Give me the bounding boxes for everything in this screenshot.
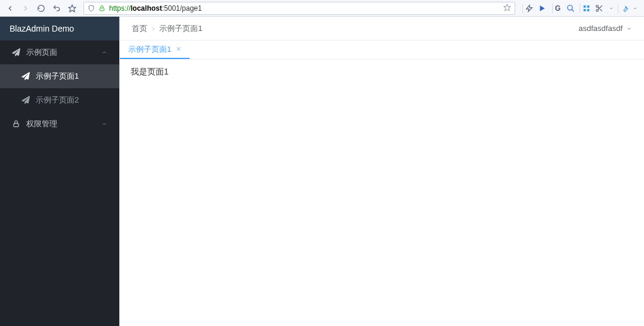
breadcrumb: 首页 › 示例子页面1	[132, 23, 203, 34]
scissors-icon[interactable]	[594, 3, 605, 14]
topbar: 首页 › 示例子页面1 asdfasdfasdf	[120, 17, 644, 41]
chevron-up-icon	[101, 48, 107, 57]
tab-page1[interactable]: 示例子页面1 ✕	[120, 41, 190, 59]
svg-point-12	[596, 9, 599, 11]
svg-rect-1	[100, 8, 104, 11]
tab-label: 示例子页面1	[128, 44, 171, 55]
lock-icon	[98, 5, 106, 12]
tab-bar: 示例子页面1 ✕	[120, 41, 644, 60]
nav-back-button[interactable]	[4, 2, 17, 15]
bookmark-page-icon[interactable]	[503, 4, 511, 13]
page-text: 我是页面1	[131, 67, 633, 77]
bolt-icon[interactable]	[522, 3, 533, 14]
play-icon[interactable]	[537, 3, 547, 14]
sidebar: BlazAdmin Demo 示例页面 示例子页面1 示例子页面2	[0, 17, 119, 326]
url-bar[interactable]: https://localhost:5001/page1	[83, 2, 515, 15]
svg-marker-3	[527, 5, 532, 11]
search-icon[interactable]	[565, 3, 576, 14]
breadcrumb-item[interactable]: 首页	[132, 23, 147, 34]
svg-marker-4	[540, 5, 545, 11]
svg-point-11	[596, 5, 599, 7]
svg-point-5	[568, 5, 572, 10]
url-text: https://localhost:5001/page1	[109, 4, 500, 13]
paper-plane-icon	[21, 96, 30, 104]
svg-line-14	[600, 9, 602, 11]
lock-icon	[12, 120, 20, 128]
svg-rect-9	[584, 9, 586, 11]
menu-group-permissions: 权限管理	[0, 112, 119, 136]
app-root: BlazAdmin Demo 示例页面 示例子页面1 示例子页面2	[0, 17, 644, 326]
extensions-icon[interactable]	[580, 3, 590, 14]
sidebar-menu: 示例页面 示例子页面1 示例子页面2 权限管理	[0, 41, 119, 326]
close-icon[interactable]: ✕	[176, 45, 181, 53]
svg-line-6	[572, 9, 574, 11]
menu-item-label: 示例子页面1	[36, 71, 79, 82]
svg-marker-0	[69, 5, 76, 12]
menu-item-page1[interactable]: 示例子页面1	[0, 64, 119, 88]
browser-right-icons: G	[520, 3, 640, 14]
settings-wrench-icon[interactable]	[618, 3, 628, 14]
undo-button[interactable]	[50, 2, 63, 15]
reload-button[interactable]	[35, 2, 48, 15]
svg-marker-2	[504, 4, 510, 11]
chevron-down-icon	[626, 26, 632, 32]
menu-item-label: 示例子页面2	[36, 95, 79, 105]
menu-group-examples-header[interactable]: 示例页面	[0, 41, 119, 64]
breadcrumb-item: 示例子页面1	[159, 23, 202, 34]
breadcrumb-sep-icon: ›	[152, 24, 154, 33]
user-menu[interactable]: asdfasdfasdf	[578, 24, 632, 33]
menu-group-examples: 示例页面 示例子页面1 示例子页面2	[0, 41, 119, 112]
main-panel: 首页 › 示例子页面1 asdfasdfasdf 示例子页面1 ✕ 我是页面1	[119, 17, 644, 326]
menu-item-page2[interactable]: 示例子页面2	[0, 88, 119, 112]
bookmark-star-button[interactable]	[66, 2, 79, 15]
chevron-down-icon[interactable]	[632, 3, 638, 14]
menu-group-permissions-header[interactable]: 权限管理	[0, 112, 119, 136]
svg-rect-8	[587, 5, 590, 8]
user-name: asdfasdfasdf	[578, 24, 623, 33]
svg-rect-10	[587, 9, 590, 11]
browser-toolbar: https://localhost:5001/page1 G	[0, 0, 644, 17]
paper-plane-icon	[21, 72, 30, 80]
nav-forward-button[interactable]	[19, 2, 32, 15]
page-content: 我是页面1	[120, 60, 644, 326]
paper-plane-icon	[12, 48, 20, 57]
chevron-down-icon	[101, 120, 107, 129]
app-title: BlazAdmin Demo	[0, 17, 119, 41]
svg-rect-7	[584, 5, 586, 8]
chevron-down-icon[interactable]	[608, 3, 614, 14]
menu-group-label: 权限管理	[26, 119, 95, 129]
svg-rect-16	[14, 123, 18, 126]
menu-group-label: 示例页面	[26, 47, 95, 58]
google-g-icon[interactable]: G	[551, 3, 562, 14]
shield-icon	[88, 5, 95, 12]
svg-line-15	[598, 7, 599, 8]
